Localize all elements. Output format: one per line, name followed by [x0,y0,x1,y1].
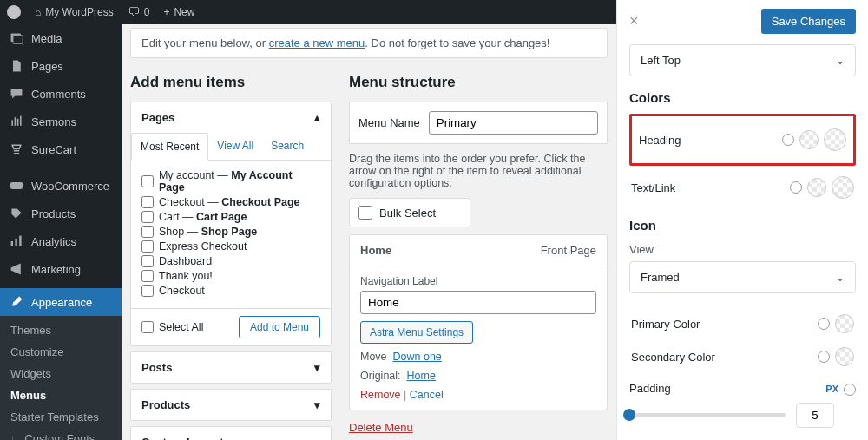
view-select[interactable]: Framed ⌄ [629,261,856,293]
analytics-icon [9,233,24,249]
select-all[interactable]: Select All [141,321,203,333]
menu-sermons[interactable]: Sermons [0,108,122,135]
menu-item-panel: Home Front Page Navigation Label Astra M… [349,234,608,410]
reset-icon[interactable] [790,181,802,194]
chevron-down-icon: ▾ [314,361,320,374]
heading-swatch-1[interactable] [799,130,819,149]
add-to-menu-button[interactable]: Add to Menu [239,316,320,338]
nav-label-input[interactable] [360,291,596,314]
text-swatch-2[interactable] [832,176,854,199]
menu-woocommerce[interactable]: WooCommerce [0,172,122,200]
padding-slider[interactable] [629,413,786,417]
delete-menu-link[interactable]: Delete Menu [349,421,608,434]
menu-label: SureCart [31,143,76,156]
svg-rect-10 [19,236,21,246]
original-label: Original: [360,370,401,382]
comment-icon [9,86,24,102]
home-link[interactable]: ⌂ My WordPress [28,0,121,24]
menu-products[interactable]: Products [0,200,122,227]
close-icon[interactable]: × [629,12,639,30]
svg-rect-1 [13,36,23,44]
primary-swatch[interactable] [835,314,854,333]
bulk-select[interactable]: Bulk Select [349,198,470,227]
svg-rect-6 [20,116,22,126]
menu-surecart[interactable]: SureCart [0,135,122,163]
brush-icon [9,294,24,310]
menu-comments[interactable]: Comments [0,80,122,108]
marketing-icon [9,261,24,277]
sub-starter[interactable]: Starter Templates [0,406,122,428]
padding-input[interactable] [796,403,834,428]
admin-menu: Media Pages Comments Sermons SureCart Wo… [0,24,122,440]
accordion-posts[interactable]: Posts▾ [130,351,332,384]
menu-name-input[interactable] [429,111,598,135]
reset-icon[interactable] [818,318,830,330]
pages-toggle[interactable]: Pages▴ [131,102,331,133]
media-icon [9,30,24,46]
page-checkbox-row[interactable]: Checkout — Checkout Page [141,196,320,208]
sub-menus[interactable]: Menus [0,384,122,406]
products-icon [9,206,24,221]
custom-layouts-title: Custom Layouts [141,436,230,440]
page-checkbox-row[interactable]: Thank you! [141,270,320,282]
tab-most-recent[interactable]: Most Recent [131,133,208,161]
pages-list: My account — My Account PageCheckout — C… [141,169,320,297]
menu-item-header[interactable]: Home Front Page [350,235,607,266]
remove-link[interactable]: Remove [360,389,401,401]
sub-themes[interactable]: Themes [0,319,122,341]
tab-view-all[interactable]: View All [208,133,262,160]
colors-heading: Colors [629,90,856,105]
reset-icon[interactable] [844,384,856,396]
menu-appearance[interactable]: Appearance [0,288,122,316]
text-swatch-1[interactable] [807,178,826,197]
sermons-icon [9,114,24,129]
plus-icon: + [163,6,169,18]
cancel-link[interactable]: Cancel [410,389,444,401]
comment-icon: 🗨 [128,5,140,19]
page-checkbox-row[interactable]: Dashboard [141,255,320,267]
comments-link[interactable]: 🗨 0 [121,0,157,24]
menu-name-label: Menu Name [358,116,420,129]
sub-custom-fonts[interactable]: ∟ Custom Fonts [0,428,122,440]
accordion-products[interactable]: Products▾ [130,389,332,421]
secondary-swatch[interactable] [835,347,854,366]
reset-icon[interactable] [818,351,830,363]
menu-marketing[interactable]: Marketing [0,255,122,283]
accordion-custom-layouts[interactable]: Custom Layouts▾ [130,426,332,440]
page-checkbox-row[interactable]: Express Checkout [141,240,320,253]
alignment-select[interactable]: Left Top ⌄ [629,44,856,76]
astra-settings-button[interactable]: Astra Menu Settings [360,321,473,344]
heading-swatch-2[interactable] [824,128,846,151]
save-changes-button[interactable]: Save Changes [761,9,856,34]
view-value: Framed [641,271,680,284]
move-down-link[interactable]: Down one [393,351,442,363]
add-items-heading: Add menu items [130,74,332,91]
original-link[interactable]: Home [407,370,436,382]
page-checkbox-row[interactable]: My account — My Account Page [141,169,320,194]
sub-customize[interactable]: Customize [0,341,122,363]
sub-widgets[interactable]: Widgets [0,363,122,384]
submenu-appearance: Themes Customize Widgets Menus Starter T… [0,316,122,440]
menu-media[interactable]: Media [0,24,122,52]
padding-unit[interactable]: PX [825,384,838,394]
new-link[interactable]: + New [156,0,201,24]
page-checkbox-row[interactable]: Checkout [141,285,320,297]
chevron-down-icon: ⌄ [836,272,845,284]
svg-rect-9 [15,239,16,246]
chevron-down-icon: ⌄ [836,55,845,67]
menu-pages[interactable]: Pages [0,52,122,80]
move-label: Move [360,351,387,363]
bulk-label: Bulk Select [379,207,436,220]
wp-logo[interactable] [0,0,28,24]
svg-rect-4 [15,117,16,126]
reset-icon[interactable] [782,134,794,146]
create-menu-link[interactable]: create a new menu [269,36,365,49]
woo-icon [9,178,24,194]
menu-label: Marketing [31,263,81,276]
tab-search[interactable]: Search [262,133,312,160]
accordion-pages: Pages▴ Most Recent View All Search My ac… [130,102,332,346]
menu-analytics[interactable]: Analytics [0,227,122,255]
page-checkbox-row[interactable]: Cart — Cart Page [141,211,320,223]
bulk-checkbox[interactable] [358,206,372,220]
page-checkbox-row[interactable]: Shop — Shop Page [141,226,320,238]
